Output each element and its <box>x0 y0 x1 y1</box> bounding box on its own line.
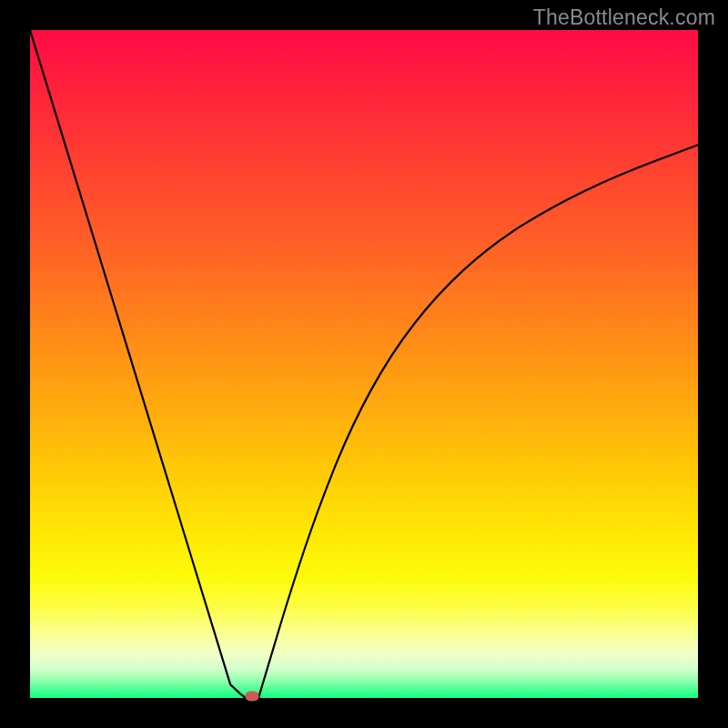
chart-stage: TheBottleneck.com <box>0 0 728 728</box>
curve-right-branch <box>258 145 698 698</box>
plot-area <box>30 30 698 698</box>
watermark-text: TheBottleneck.com <box>533 5 715 30</box>
curve-left-branch <box>30 30 246 698</box>
minimum-marker <box>245 692 258 702</box>
bottleneck-curve <box>30 30 698 698</box>
